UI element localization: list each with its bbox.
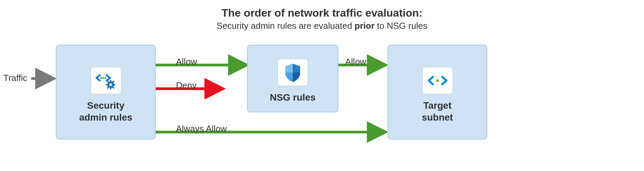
svg-rect-12 [106, 84, 108, 85]
svg-point-5 [100, 77, 102, 79]
box-target-subnet: Target subnet [387, 45, 487, 140]
diagram-title: The order of network traffic evaluation: [0, 7, 644, 19]
title-block: The order of network traffic evaluation:… [0, 0, 644, 31]
label-allow-1: Allow [176, 57, 197, 67]
subtitle-bold: prior [355, 21, 375, 31]
diagram-canvas: Traffic [0, 38, 644, 167]
svg-point-6 [102, 77, 104, 79]
box-nsg-label: NSG rules [270, 91, 315, 103]
box-target-label: Target subnet [422, 100, 453, 123]
subtitle-post: to NSG rules [375, 21, 427, 31]
svg-point-9 [109, 83, 112, 86]
label-always-allow: Always Allow [176, 124, 227, 134]
label-deny: Deny [176, 80, 197, 91]
box-security-text: Security admin rules [79, 100, 132, 123]
subnet-icon [427, 72, 448, 89]
traffic-label: Traffic [3, 73, 27, 83]
code-gear-icon [95, 71, 117, 90]
box-target-text: Target subnet [422, 100, 453, 123]
svg-point-7 [104, 77, 106, 79]
svg-rect-11 [110, 87, 111, 89]
svg-point-18 [436, 79, 439, 82]
svg-rect-13 [113, 84, 115, 85]
svg-rect-10 [110, 80, 111, 82]
shield-icon [283, 62, 303, 83]
security-admin-icon-tile [91, 67, 121, 94]
diagram-subtitle: Security admin rules are evaluated prior… [0, 21, 644, 31]
label-allow-2: Allow [345, 57, 366, 67]
nsg-icon-tile [277, 59, 308, 86]
box-security-label: Security admin rules [79, 100, 132, 123]
subtitle-pre: Security admin rules are evaluated [217, 21, 355, 31]
box-nsg-rules: NSG rules [247, 45, 338, 112]
box-security-admin-rules: Security admin rules [56, 45, 156, 140]
target-icon-tile [422, 67, 453, 94]
